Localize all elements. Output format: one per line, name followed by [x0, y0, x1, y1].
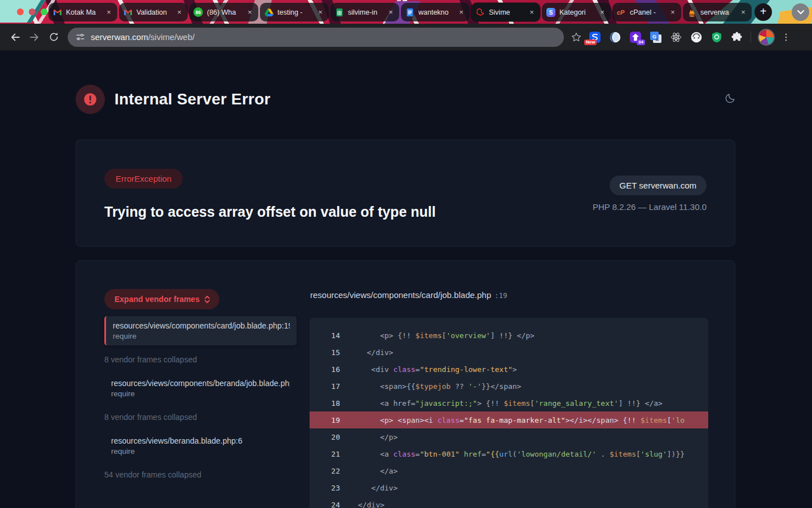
- back-button[interactable]: [8, 30, 23, 45]
- tab-close-icon[interactable]: ×: [457, 8, 466, 17]
- drive-favicon-icon: [264, 7, 273, 17]
- line-number: 15: [310, 348, 340, 357]
- tab-close-icon[interactable]: ×: [316, 8, 325, 17]
- url-text[interactable]: serverwan.com/sivime/web/: [91, 32, 195, 42]
- exception-class-badge[interactable]: ErrorException: [104, 169, 183, 189]
- stack-frame-function: require: [111, 447, 290, 456]
- tab-sivime[interactable]: Sivime×: [471, 3, 540, 21]
- tab-close-icon[interactable]: ×: [598, 8, 607, 17]
- tab-label: Sivime: [489, 8, 527, 16]
- react-extension-icon[interactable]: [670, 31, 682, 43]
- url-domain: serverwan.com: [91, 32, 148, 42]
- tab-validation[interactable]: Validation×: [119, 3, 188, 21]
- code-line: 15 </div>: [310, 344, 708, 361]
- tab-overview-chevron-button[interactable]: [792, 3, 809, 21]
- code-line: 18 <a href="javascript:;"> {!! $items['r…: [310, 395, 708, 411]
- padi-favicon-icon: PADI: [687, 7, 696, 17]
- chevron-up-down-icon: [204, 295, 210, 304]
- face-extension-icon[interactable]: [690, 31, 702, 43]
- code-file-header: resources/views/components/card/job.blad…: [310, 290, 508, 300]
- tab-label: Kategori: [559, 8, 598, 16]
- new-tab-button[interactable]: +: [754, 3, 772, 21]
- extensions-menu-button[interactable]: [731, 31, 743, 43]
- line-number: 20: [310, 433, 340, 441]
- code-line-highlighted: 19 <p> <span><i class="fas fa-map-marker…: [310, 411, 708, 428]
- code-line: 17 <span>{{$typejob ?? '-'}}</span>: [310, 378, 708, 395]
- error-page: Internal Server Error ErrorException Try…: [0, 51, 812, 508]
- stack-frames-list: resources/views/components/card/job.blad…: [104, 316, 298, 489]
- collapsed-frames-label[interactable]: 8 vendor frames collapsed: [104, 355, 298, 364]
- tab-86-wha[interactable]: 86(86) Wha×: [189, 3, 258, 21]
- collapsed-frames-label[interactable]: 8 vendor frames collapsed: [104, 413, 298, 422]
- code-file-path: resources/views/components/card/job.blad…: [310, 290, 491, 300]
- kategori-favicon-icon: S: [546, 7, 555, 17]
- tab-cpanel[interactable]: cPcPanel -×: [612, 3, 681, 21]
- tab-close-icon[interactable]: ×: [245, 8, 254, 17]
- tab-close-icon[interactable]: ×: [104, 8, 113, 17]
- error-badge-circle: [76, 85, 105, 114]
- tab-close-icon[interactable]: ×: [668, 8, 677, 17]
- tab-close-icon[interactable]: ×: [386, 8, 395, 17]
- profile-avatar[interactable]: [758, 29, 775, 46]
- code-line: 24 </div>: [310, 496, 708, 508]
- error-summary-card: ErrorException Trying to access array of…: [76, 139, 735, 247]
- line-number: 19: [310, 416, 340, 424]
- tab-close-icon[interactable]: ×: [527, 8, 536, 17]
- site-settings-icon[interactable]: [76, 32, 85, 42]
- laravel-favicon-icon: [475, 7, 485, 17]
- code-line: 23 </div>: [310, 479, 708, 496]
- reload-button[interactable]: [46, 30, 61, 45]
- exclamation-circle-icon: [83, 92, 98, 107]
- code-line: 22 </a>: [310, 462, 708, 479]
- tab-serverwa[interactable]: PADIserverwa×: [683, 3, 752, 21]
- tab-label: Validation: [136, 8, 175, 16]
- stack-frame[interactable]: resources/views/components/beranda/job.b…: [104, 374, 297, 403]
- collapsed-frames-label[interactable]: 54 vendor frames collapsed: [104, 470, 298, 479]
- stack-frame[interactable]: resources/views/beranda.blade.php:6requi…: [104, 431, 297, 461]
- request-method-pill: GET serverwan.com: [610, 176, 707, 195]
- address-bar[interactable]: serverwan.com/sivime/web/: [68, 28, 564, 47]
- bookmark-button[interactable]: [570, 30, 583, 44]
- extension-badge: New: [584, 40, 597, 45]
- stack-frame-path: resources/views/components/card/job.blad…: [113, 321, 290, 330]
- gmail-favicon-icon: [123, 7, 133, 17]
- shield-extension-icon[interactable]: [710, 31, 722, 43]
- minimize-window-button[interactable]: [29, 8, 36, 15]
- sheets-favicon-icon: [334, 7, 344, 17]
- expand-vendor-frames-button[interactable]: Expand vendor frames: [104, 289, 219, 309]
- code-line-ref: :19: [495, 291, 508, 300]
- browser-window: Kotak Ma×Validation×86(86) Wha×testing -…: [0, 0, 812, 508]
- svg-text:A: A: [655, 37, 659, 42]
- fullscreen-window-button[interactable]: [41, 8, 47, 15]
- tab-silvime-in[interactable]: silvime-in×: [330, 3, 399, 21]
- opera-extension-icon[interactable]: [609, 31, 621, 43]
- stack-frame-selected[interactable]: resources/views/components/card/job.blad…: [104, 316, 297, 345]
- tab-wantekno[interactable]: wantekno×: [401, 3, 470, 21]
- url-path: /sivime/web/: [148, 32, 195, 42]
- stack-frame-function: require: [113, 332, 290, 340]
- code-text: <a href="javascript:;"> {!! $items['rang…: [354, 399, 663, 408]
- whatsapp-favicon-icon: 86: [193, 7, 203, 17]
- tab-label: (86) Wha: [207, 8, 245, 16]
- line-number: 14: [310, 331, 340, 340]
- code-text: <a class="btn-001" href="{{url('lowongan…: [354, 450, 685, 458]
- tab-testing[interactable]: testing -×: [260, 3, 329, 21]
- code-text: <div class="trending-lower-text">: [354, 365, 517, 374]
- dark-mode-toggle[interactable]: [724, 92, 736, 104]
- close-window-button[interactable]: [17, 8, 24, 15]
- translate-extension-icon[interactable]: GA: [650, 31, 661, 43]
- tab-label: serverwa: [700, 8, 739, 16]
- tab-strip-tabs: Kotak Ma×Validation×86(86) Wha×testing -…: [48, 3, 752, 21]
- forward-button[interactable]: [27, 30, 42, 45]
- line-number: 16: [310, 365, 340, 374]
- expand-vendor-frames-label: Expand vendor frames: [114, 295, 200, 304]
- browser-menu-button[interactable]: ⋮: [782, 32, 791, 42]
- tab-kategori[interactable]: SKategori×: [542, 3, 611, 21]
- tab-close-icon[interactable]: ×: [175, 8, 184, 17]
- code-snippet[interactable]: 14 <p> {!! $items['overview'] !!} </p>15…: [310, 318, 708, 508]
- sider-extension-icon[interactable]: New: [589, 31, 601, 43]
- tab-kotak-ma[interactable]: Kotak Ma×: [48, 3, 117, 21]
- vpn-extension-icon[interactable]: 34: [629, 31, 641, 43]
- tab-close-icon[interactable]: ×: [739, 8, 748, 17]
- bookmark-star-icon: [571, 32, 582, 43]
